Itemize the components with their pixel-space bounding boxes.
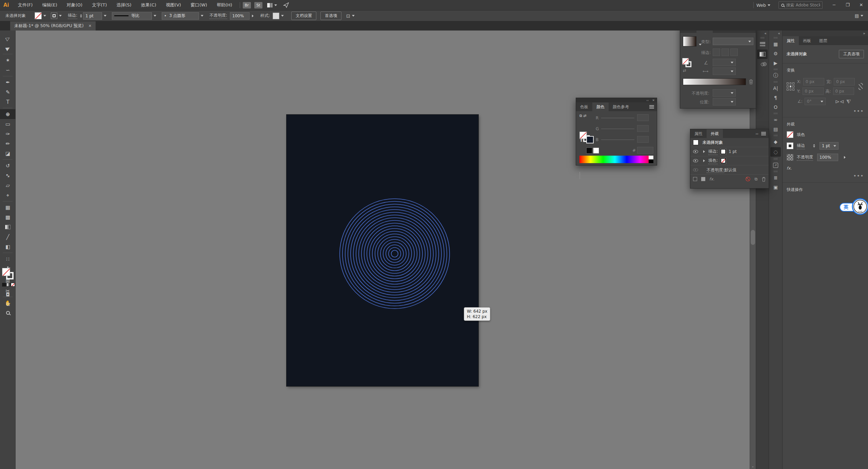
bridge-button[interactable]: Br: [243, 2, 251, 8]
stroke-expand-chevron-icon[interactable]: [703, 150, 706, 153]
stock-search-input[interactable]: 搜索 Adobe Stock: [778, 1, 823, 9]
gradient-opacity-dropdown[interactable]: [713, 89, 736, 97]
duplicate-item-icon[interactable]: ⧉: [754, 177, 757, 181]
eraser-tool[interactable]: ◪: [0, 149, 16, 158]
free-transform-tool[interactable]: ▱: [0, 180, 16, 190]
actions-panel-icon[interactable]: ⚙: [769, 49, 782, 58]
menu-view[interactable]: 视图(V): [161, 0, 186, 10]
hex-input[interactable]: [637, 147, 653, 154]
perspective-grid-tool[interactable]: ▦: [0, 202, 16, 212]
deer-logo-icon[interactable]: 行走者: [852, 198, 868, 215]
menu-effect[interactable]: 效果(C): [136, 0, 161, 10]
angle-input[interactable]: 0°: [805, 98, 826, 105]
paintbrush-tool[interactable]: ✑: [0, 129, 16, 139]
clear-appearance-icon[interactable]: 🚫: [745, 177, 750, 181]
gradient-location-dropdown[interactable]: [713, 98, 736, 105]
color-button[interactable]: [2, 283, 6, 287]
export-panel-icon[interactable]: ↗: [769, 160, 782, 170]
strip-grip[interactable]: [769, 80, 782, 83]
gradient-delete-icon[interactable]: [749, 79, 753, 84]
b-slider[interactable]: [601, 139, 634, 140]
drawing-mode-button[interactable]: ◘: [0, 290, 16, 299]
strip-grip[interactable]: [769, 36, 782, 39]
appearance-row-fill[interactable]: 填色:: [690, 156, 769, 165]
type-tool[interactable]: T: [0, 97, 16, 107]
height-input[interactable]: 0 px: [833, 87, 854, 95]
new-stroke-icon[interactable]: [693, 177, 697, 181]
symbols-panel-icon[interactable]: ◆: [769, 137, 782, 146]
minimize-button[interactable]: ─: [827, 0, 841, 10]
gradient-button[interactable]: [6, 283, 11, 287]
spectrum-black-swatch[interactable]: [649, 159, 653, 163]
puppet-warp-tool[interactable]: ⌖: [0, 190, 16, 200]
appearance-fill-label[interactable]: 填色:: [708, 158, 718, 164]
width-input[interactable]: 0 px: [834, 78, 855, 85]
polar-grid-tool[interactable]: ⊕: [0, 109, 16, 119]
props-stroke-label[interactable]: 描边: [797, 143, 805, 149]
gradient-reverse-icon[interactable]: ⇄: [683, 68, 686, 73]
props-opacity-icon[interactable]: [787, 154, 793, 161]
props-opacity-value[interactable]: 100%: [817, 154, 838, 161]
delete-item-icon[interactable]: [762, 177, 766, 182]
screen-mode-button[interactable]: ⧉: [0, 299, 16, 309]
ime-badge[interactable]: 英 行走者: [840, 203, 861, 212]
gradient-thumbnail[interactable]: [683, 36, 696, 46]
gradient-angle-dropdown[interactable]: [713, 59, 736, 66]
gradient-type-dropdown[interactable]: [713, 38, 753, 45]
appearance-fill-swatch[interactable]: [721, 158, 726, 163]
fill-swatch-chevron-icon[interactable]: [43, 15, 46, 18]
mesh-tool[interactable]: ▩: [0, 212, 16, 222]
strip-grip[interactable]: [769, 112, 782, 115]
curvature-tool[interactable]: ✎: [0, 87, 16, 97]
appearance-stroke-swatch[interactable]: [721, 149, 726, 154]
workspace-switcher[interactable]: Web: [756, 3, 766, 8]
expand-dock-icon[interactable]: »: [783, 31, 868, 36]
width-profile-chevron-icon[interactable]: [154, 15, 156, 18]
props-opacity-chevron-icon[interactable]: [844, 156, 847, 159]
last-color-swatch[interactable]: [586, 136, 594, 143]
last-color-arrow-icon[interactable]: ⬆: [579, 138, 583, 143]
gradient-aspect-dropdown[interactable]: [713, 67, 736, 75]
fill-indicator-none[interactable]: [2, 268, 10, 276]
document-tab[interactable]: 未标题-1* @ 50% (RGB/GPU 预览) ✕: [10, 21, 96, 31]
props-stroke-stepper[interactable]: [813, 143, 815, 149]
gradient-tool[interactable]: [0, 222, 16, 232]
info-panel-icon[interactable]: ⓘ: [769, 71, 782, 80]
scrollbar-thumb[interactable]: [751, 230, 755, 245]
swatches-panel-icon[interactable]: ▦: [769, 39, 782, 49]
transform-reference-chevron-icon[interactable]: [352, 15, 355, 18]
stroke-weight-label[interactable]: 描边:: [68, 13, 77, 19]
rotate-tool[interactable]: ↺: [0, 161, 16, 171]
share-icon[interactable]: [283, 2, 289, 8]
pathfinder-panel-icon[interactable]: ▣: [769, 182, 782, 192]
new-fill-icon[interactable]: [701, 177, 705, 181]
style-swatch[interactable]: [273, 13, 279, 19]
color-panel-close-icon[interactable]: ✕: [652, 99, 655, 102]
appearance-row-stroke[interactable]: 描边: 1 pt: [690, 147, 769, 156]
props-stroke-value[interactable]: 1 pt: [820, 142, 839, 150]
restore-button[interactable]: ❐: [841, 0, 854, 10]
gradient-panel-icon[interactable]: [757, 50, 768, 59]
eyedropper-tool[interactable]: ╱: [0, 232, 16, 242]
stroke-swatch[interactable]: [51, 13, 57, 19]
width-profile-dropdown[interactable]: 等比: [112, 12, 152, 20]
artboard[interactable]: [287, 115, 478, 386]
color-panel-menu-icon[interactable]: [649, 105, 654, 109]
menu-object[interactable]: 对象(O): [62, 0, 87, 10]
transform-reference-icon[interactable]: ⊡: [346, 13, 350, 19]
tab-layers[interactable]: 图层: [815, 36, 831, 45]
polar-grid-artwork[interactable]: [287, 115, 478, 386]
zoom-tool[interactable]: [0, 308, 16, 318]
style-chevron-icon[interactable]: [281, 15, 284, 18]
g-slider[interactable]: [601, 129, 634, 129]
tab-artboard[interactable]: 画板: [799, 36, 815, 45]
transform-more-icon[interactable]: •••: [787, 109, 864, 114]
appearance-expand-icon[interactable]: ››: [755, 132, 758, 136]
reference-point-grid[interactable]: [787, 82, 794, 91]
dock-grip[interactable]: [756, 36, 769, 39]
props-fill-swatch[interactable]: [787, 131, 793, 138]
none-button[interactable]: [11, 283, 15, 287]
pen-tool[interactable]: ✒: [0, 77, 16, 87]
menu-select[interactable]: 选择(S): [112, 0, 136, 10]
collapse-strip-icon[interactable]: «: [769, 31, 782, 36]
